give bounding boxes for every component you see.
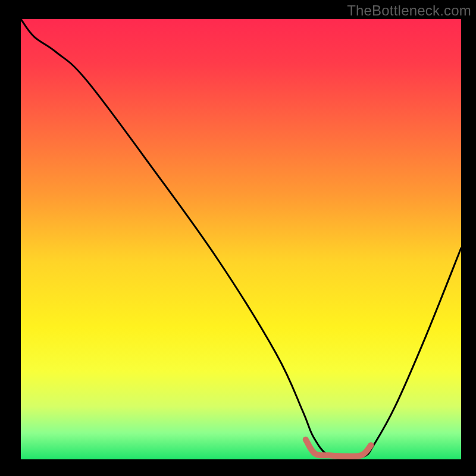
chart-container: TheBottleneck.com bbox=[0, 0, 476, 476]
plot-svg bbox=[0, 0, 476, 476]
gradient-background bbox=[21, 19, 461, 459]
watermark-label: TheBottleneck.com bbox=[347, 2, 471, 19]
